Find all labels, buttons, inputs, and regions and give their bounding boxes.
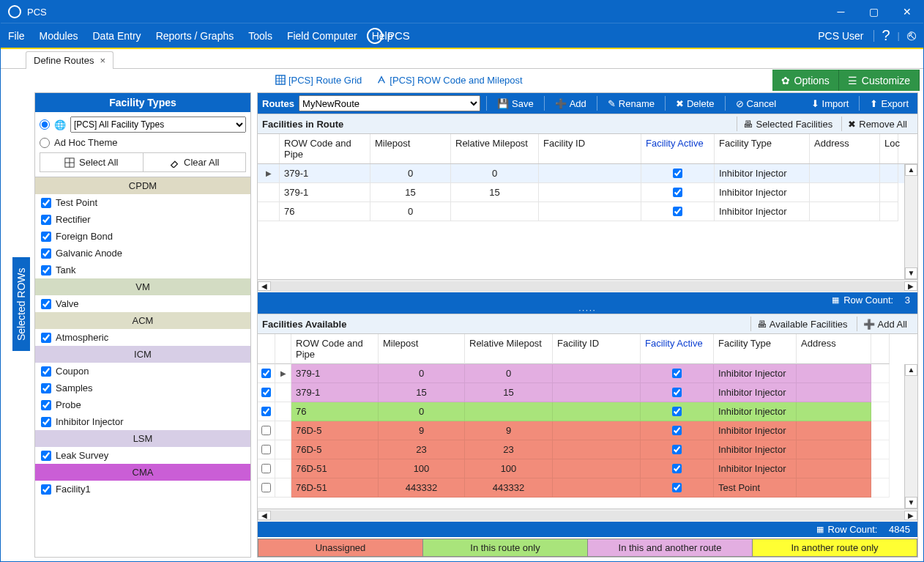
row-select-checkbox[interactable]	[258, 459, 275, 478]
cell-facility-active[interactable]	[641, 478, 714, 498]
rename-button[interactable]: ✎Rename	[603, 98, 659, 109]
facility-checkbox[interactable]	[41, 366, 51, 377]
column-milepost[interactable]: Milepost	[379, 334, 465, 364]
cell-facility-active[interactable]	[641, 183, 715, 202]
facility-item-galvanic-anode[interactable]: Galvanic Anode	[35, 245, 250, 262]
scroll-down-icon[interactable]: ▼	[905, 267, 917, 279]
active-checkbox[interactable]	[672, 464, 682, 473]
menu-field-computer[interactable]: Field Computer	[280, 30, 365, 42]
facility-item-foreign-bond[interactable]: Foreign Bond	[35, 228, 250, 245]
facility-checkbox[interactable]	[41, 198, 51, 208]
facility-checkbox[interactable]	[41, 400, 51, 410]
facility-checkbox[interactable]	[41, 383, 51, 393]
facility-item-test-point[interactable]: Test Point	[35, 194, 250, 211]
facility-item-atmospheric[interactable]: Atmospheric	[35, 329, 250, 346]
scrollbar-horizontal[interactable]	[271, 511, 904, 521]
scroll-left-icon[interactable]: ◀	[258, 281, 271, 291]
delete-button[interactable]: ✖Delete	[671, 98, 719, 109]
facility-item-tank[interactable]: Tank	[35, 262, 250, 278]
facility-item-inhibitor-injector[interactable]: Inhibitor Injector	[35, 413, 250, 430]
scroll-right-icon[interactable]: ▶	[904, 281, 917, 291]
selected-facilities-button[interactable]: 🖶Selected Facilities	[737, 117, 838, 131]
column-facility-id[interactable]: Facility ID	[553, 334, 641, 364]
import-button[interactable]: ⬇Import	[807, 98, 854, 109]
row-select-checkbox[interactable]	[258, 478, 275, 498]
row-select-checkbox[interactable]	[258, 440, 275, 459]
facility-item-valve[interactable]: Valve	[35, 295, 250, 312]
active-checkbox[interactable]	[673, 169, 682, 178]
row-select-checkbox[interactable]	[258, 364, 275, 383]
column-facility-active[interactable]: Facility Active	[641, 334, 714, 364]
column-row-code-and-pipe[interactable]: ROW Code and Pipe	[291, 334, 379, 364]
facility-checkbox[interactable]	[41, 484, 51, 495]
facility-item-samples[interactable]: Samples	[35, 380, 250, 396]
column-relative-milepost[interactable]: Relative Milepost	[451, 134, 539, 163]
facility-checkbox[interactable]	[41, 451, 51, 461]
column-row-code-and-pipe[interactable]: ROW Code and Pipe	[280, 134, 370, 163]
facility-item-facility1[interactable]: Facility1	[35, 481, 250, 498]
cell-facility-active[interactable]	[641, 383, 714, 402]
table-row[interactable]: 379-11515Inhibitor Injector	[258, 183, 917, 202]
row-select-checkbox[interactable]	[258, 421, 275, 440]
options-button[interactable]: ✿ Options	[772, 70, 839, 91]
table-row[interactable]: 379-11515Inhibitor Injector	[258, 383, 917, 402]
facility-checkbox[interactable]	[41, 215, 51, 225]
column-facility-type[interactable]: Facility Type	[714, 334, 797, 364]
facility-checkbox[interactable]	[41, 333, 51, 343]
scroll-up-icon[interactable]: ▲	[905, 164, 917, 176]
add-button[interactable]: ➕Add	[551, 98, 591, 109]
cell-facility-active[interactable]	[641, 440, 714, 459]
active-checkbox[interactable]	[673, 188, 682, 197]
scroll-right-icon[interactable]: ▶	[904, 511, 917, 520]
cell-facility-active[interactable]	[641, 164, 715, 183]
all-facility-types-radio[interactable]	[40, 119, 50, 130]
menu-tools[interactable]: Tools	[241, 30, 280, 42]
cell-facility-active[interactable]	[641, 402, 714, 421]
routes-dropdown[interactable]: MyNewRoute	[299, 95, 480, 111]
menu-data-entry[interactable]: Data Entry	[85, 30, 148, 42]
facility-checkbox[interactable]	[41, 417, 51, 427]
facility-item-leak-survey[interactable]: Leak Survey	[35, 447, 250, 464]
column-facility-type[interactable]: Facility Type	[715, 134, 810, 163]
clear-all-button[interactable]: Clear All	[144, 153, 246, 171]
close-button[interactable]: ✕	[890, 1, 923, 23]
facility-checkbox[interactable]	[41, 232, 51, 242]
scrollbar-horizontal[interactable]	[271, 281, 904, 292]
row-select-checkbox[interactable]	[258, 383, 275, 402]
table-row[interactable]: ▶379-100Inhibitor Injector	[258, 364, 917, 383]
facility-types-dropdown[interactable]: [PCS] All Facility Types	[70, 117, 246, 133]
table-row[interactable]: 76D-52323Inhibitor Injector	[258, 440, 917, 459]
customize-button[interactable]: ☰ Customize	[839, 70, 920, 91]
table-row[interactable]: 760Inhibitor Injector	[258, 402, 917, 421]
scroll-up-icon[interactable]: ▲	[905, 364, 917, 376]
facility-item-rectifier[interactable]: Rectifier	[35, 211, 250, 228]
column-facility-active[interactable]: Facility Active	[641, 134, 715, 163]
facility-checkbox[interactable]	[41, 248, 51, 259]
column-milepost[interactable]: Milepost	[370, 134, 451, 163]
column-address[interactable]: Address	[797, 334, 871, 364]
available-facilities-button[interactable]: 🖶Available Facilities	[750, 317, 854, 331]
cell-facility-active[interactable]	[641, 421, 714, 440]
logout-icon[interactable]: ⎋	[907, 27, 916, 44]
facility-item-probe[interactable]: Probe	[35, 396, 250, 413]
row-select-checkbox[interactable]	[258, 402, 275, 421]
table-row[interactable]: 760Inhibitor Injector	[258, 202, 917, 221]
column-loc[interactable]: Loc	[880, 134, 898, 163]
tab-close-icon[interactable]: ×	[100, 55, 105, 66]
table-row[interactable]: 76D-51443332443332Test Point	[258, 478, 917, 498]
active-checkbox[interactable]	[672, 388, 682, 397]
active-checkbox[interactable]	[672, 426, 682, 435]
active-checkbox[interactable]	[672, 369, 682, 378]
active-checkbox[interactable]	[672, 483, 682, 492]
table-row[interactable]: 76D-51100100Inhibitor Injector	[258, 459, 917, 478]
menu-reports-graphs[interactable]: Reports / Graphs	[149, 30, 242, 42]
minimize-button[interactable]: ─	[824, 1, 857, 23]
column-relative-milepost[interactable]: Relative Milepost	[465, 334, 553, 364]
column-facility-id[interactable]: Facility ID	[539, 134, 641, 163]
maximize-button[interactable]: ▢	[857, 1, 890, 23]
adhoc-theme-radio[interactable]	[40, 138, 50, 148]
scroll-left-icon[interactable]: ◀	[258, 511, 271, 520]
menu-file[interactable]: File	[1, 30, 32, 42]
facility-checkbox[interactable]	[41, 265, 51, 276]
remove-all-button[interactable]: ✖Remove All	[841, 117, 913, 131]
